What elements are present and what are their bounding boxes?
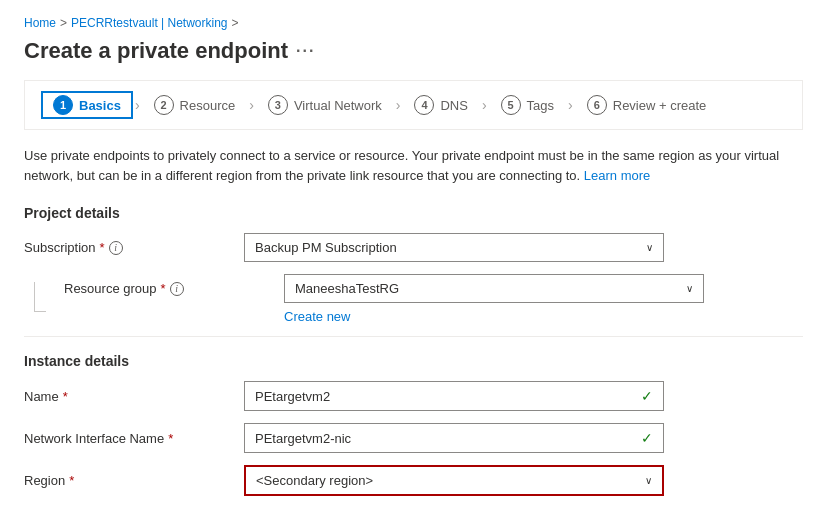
rg-dropdown[interactable]: ManeeshaTestRG ∨	[284, 274, 704, 303]
page-title-ellipsis[interactable]: ···	[296, 42, 315, 60]
rg-chevron: ∨	[686, 283, 693, 294]
subscription-info-icon[interactable]: i	[109, 241, 123, 255]
nic-required: *	[168, 431, 173, 446]
region-row: Region * <Secondary region> ∨	[24, 465, 803, 496]
subscription-row: Subscription * i Backup PM Subscription …	[24, 233, 803, 262]
rg-indent	[24, 274, 64, 312]
resource-group-row: Resource group * i ManeeshaTestRG ∨ Crea…	[24, 274, 803, 324]
step-basics[interactable]: 1 Basics	[41, 91, 133, 119]
region-value: <Secondary region>	[256, 473, 373, 488]
step-tags-label: Tags	[527, 98, 554, 113]
name-control: PEtargetvm2 ✓	[244, 381, 664, 411]
nic-label: Network Interface Name *	[24, 431, 244, 446]
nic-name-row: Network Interface Name * PEtargetvm2-nic…	[24, 423, 803, 453]
rg-label: Resource group * i	[64, 281, 284, 296]
section-divider	[24, 336, 803, 337]
step-review-create[interactable]: 6 Review + create	[575, 91, 719, 119]
nic-control: PEtargetvm2-nic ✓	[244, 423, 664, 453]
name-value: PEtargetvm2	[255, 389, 330, 404]
rg-content: Resource group * i ManeeshaTestRG ∨ Crea…	[64, 274, 803, 324]
step-review-label: Review + create	[613, 98, 707, 113]
subscription-value: Backup PM Subscription	[255, 240, 397, 255]
region-control: <Secondary region> ∨	[244, 465, 664, 496]
subscription-chevron: ∨	[646, 242, 653, 253]
nic-label-text: Network Interface Name	[24, 431, 164, 446]
step-resource-label: Resource	[180, 98, 236, 113]
nic-dropdown[interactable]: PEtargetvm2-nic ✓	[244, 423, 664, 453]
step-dns-num: 4	[414, 95, 434, 115]
step-basics-label: Basics	[79, 98, 121, 113]
wizard-steps: 1 Basics › 2 Resource › 3 Virtual Networ…	[24, 80, 803, 130]
page-title-container: Create a private endpoint ···	[24, 38, 803, 64]
project-details-title: Project details	[24, 205, 803, 221]
breadcrumb: Home > PECRRtestvault | Networking >	[24, 16, 803, 30]
instance-details-title: Instance details	[24, 353, 803, 369]
subscription-label-text: Subscription	[24, 240, 96, 255]
step-sep-1: ›	[133, 97, 142, 113]
rg-required: *	[161, 281, 166, 296]
info-text-content: Use private endpoints to privately conne…	[24, 148, 779, 183]
name-label: Name *	[24, 389, 244, 404]
name-required: *	[63, 389, 68, 404]
step-tags[interactable]: 5 Tags	[489, 91, 566, 119]
region-label-text: Region	[24, 473, 65, 488]
region-label: Region *	[24, 473, 244, 488]
rg-control: ManeeshaTestRG ∨	[284, 274, 704, 303]
learn-more-link[interactable]: Learn more	[584, 168, 650, 183]
rg-label-text: Resource group	[64, 281, 157, 296]
rg-field-row: Resource group * i ManeeshaTestRG ∨	[64, 274, 803, 303]
step-virtual-network[interactable]: 3 Virtual Network	[256, 91, 394, 119]
step-dns-label: DNS	[440, 98, 467, 113]
region-chevron: ∨	[645, 475, 652, 486]
info-text: Use private endpoints to privately conne…	[24, 146, 784, 185]
rg-info-icon[interactable]: i	[170, 282, 184, 296]
step-sep-5: ›	[566, 97, 575, 113]
subscription-dropdown[interactable]: Backup PM Subscription ∨	[244, 233, 664, 262]
create-new-link[interactable]: Create new	[284, 309, 350, 324]
name-dropdown[interactable]: PEtargetvm2 ✓	[244, 381, 664, 411]
rg-value: ManeeshaTestRG	[295, 281, 399, 296]
breadcrumb-sep1: >	[60, 16, 67, 30]
breadcrumb-sep2: >	[232, 16, 239, 30]
step-sep-2: ›	[247, 97, 256, 113]
step-vnet-label: Virtual Network	[294, 98, 382, 113]
nic-check-icon: ✓	[641, 430, 653, 446]
step-resource[interactable]: 2 Resource	[142, 91, 248, 119]
region-dropdown[interactable]: <Secondary region> ∨	[244, 465, 664, 496]
page-title: Create a private endpoint	[24, 38, 288, 64]
name-label-text: Name	[24, 389, 59, 404]
step-basics-num: 1	[53, 95, 73, 115]
step-review-num: 6	[587, 95, 607, 115]
step-resource-num: 2	[154, 95, 174, 115]
step-sep-4: ›	[480, 97, 489, 113]
rg-indent-line	[34, 282, 46, 312]
step-dns[interactable]: 4 DNS	[402, 91, 479, 119]
step-tags-num: 5	[501, 95, 521, 115]
subscription-required: *	[100, 240, 105, 255]
step-sep-3: ›	[394, 97, 403, 113]
subscription-label: Subscription * i	[24, 240, 244, 255]
region-required: *	[69, 473, 74, 488]
subscription-control: Backup PM Subscription ∨	[244, 233, 664, 262]
nic-value: PEtargetvm2-nic	[255, 431, 351, 446]
step-vnet-num: 3	[268, 95, 288, 115]
breadcrumb-vault[interactable]: PECRRtestvault | Networking	[71, 16, 228, 30]
breadcrumb-home[interactable]: Home	[24, 16, 56, 30]
name-check-icon: ✓	[641, 388, 653, 404]
name-row: Name * PEtargetvm2 ✓	[24, 381, 803, 411]
